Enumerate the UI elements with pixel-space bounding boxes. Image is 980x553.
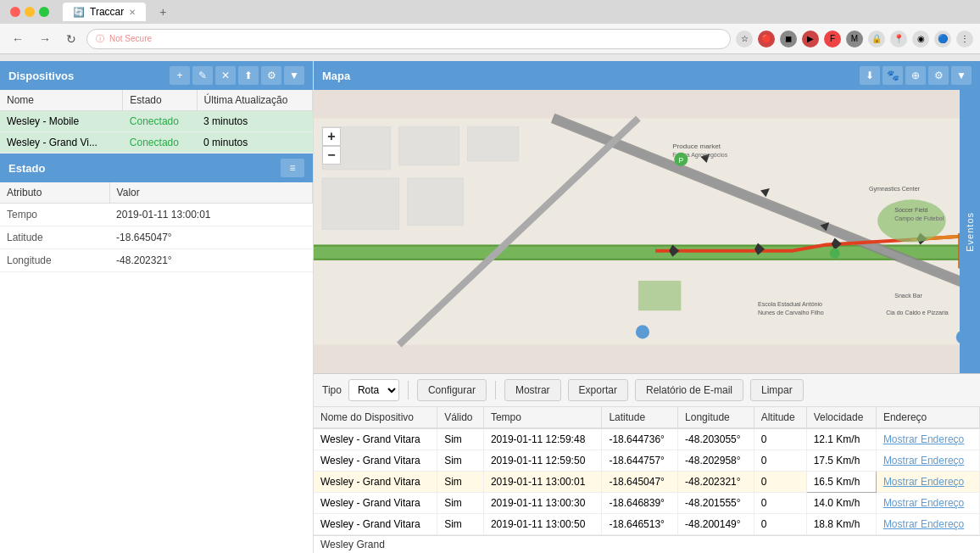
bookmark-icon[interactable]: ☆ <box>736 31 753 47</box>
show-address-link[interactable]: Mostrar Endereço <box>883 518 964 530</box>
col-ultima: Última Atualização <box>197 90 312 111</box>
estado-menu-button[interactable]: ≡ <box>281 159 304 177</box>
valor-cell: -48.202321° <box>109 249 312 272</box>
add-device-button[interactable]: + <box>170 66 190 85</box>
zoom-in-button[interactable]: + <box>322 127 341 146</box>
mostrar-button[interactable]: Mostrar <box>504 379 561 401</box>
col-estado: Estado <box>123 90 197 111</box>
table-row[interactable]: Wesley - Grand Vitara Sim 2019-01-11 13:… <box>314 472 980 493</box>
svg-text:Snack Bar: Snack Bar <box>894 293 922 299</box>
zoom-out-button[interactable]: − <box>322 146 341 165</box>
lon-col: -48.202958° <box>678 450 754 472</box>
device-name: Wesley - Grand Vi... <box>0 132 123 154</box>
svg-text:Campo de Futebol: Campo de Futebol <box>894 215 944 222</box>
estado-row: Tempo 2019-01-11 13:00:01 <box>0 204 313 226</box>
devices-table-container: Nome Estado Última Atualização Wesley - … <box>0 90 313 154</box>
limpar-button[interactable]: Limpar <box>750 379 804 401</box>
table-row[interactable]: Wesley - Grand Vitara Sim 2019-01-11 13:… <box>314 493 980 514</box>
table-row[interactable]: Wesley - Grand Vitara Sim 2019-01-11 12:… <box>314 428 980 450</box>
th-device: Nome do Dispositivo <box>314 407 437 428</box>
remove-device-button[interactable]: ✕ <box>215 66 236 85</box>
show-address-link[interactable]: Mostrar Endereço <box>883 455 964 466</box>
device-col: Wesley - Grand Vitara <box>314 493 437 514</box>
device-row[interactable]: Wesley - Mobile Conectado 3 minutos <box>0 111 313 132</box>
dispositivos-title: Dispositivos <box>8 70 74 82</box>
table-row[interactable]: Wesley - Grand Vitara Sim 2019-01-11 12:… <box>314 450 980 472</box>
dropdown-map-button[interactable]: ▼ <box>951 66 972 85</box>
map-header: Mapa ⬇ 🐾 ⊕ ⚙ ▼ <box>314 61 980 90</box>
show-address-link[interactable]: Mostrar Endereço <box>883 497 964 509</box>
device-col: Wesley - Grand Vitara <box>314 472 437 493</box>
browser-tab[interactable]: 🔄 Traccar ✕ <box>63 3 146 21</box>
end-col: Mostrar Endereço <box>876 514 979 535</box>
map-container[interactable]: Produce market Futura Agronegócios Escol… <box>314 90 980 373</box>
ext4-icon[interactable]: F <box>824 31 841 47</box>
new-tab-button[interactable]: + <box>153 2 173 22</box>
dropdown-device-button[interactable]: ▼ <box>284 66 304 85</box>
alt-col: 0 <box>754 428 806 450</box>
eventos-label: Eventos <box>965 212 975 252</box>
svg-rect-16 <box>399 127 459 165</box>
ext3-icon[interactable]: ▶ <box>802 31 819 47</box>
settings-device-button[interactable]: ⚙ <box>261 66 281 85</box>
exportar-button[interactable]: Exportar <box>568 379 628 401</box>
relatorio-button[interactable]: Relatório de E-mail <box>635 379 743 401</box>
col-valor: Valor <box>109 182 312 204</box>
lon-col: -48.200149° <box>678 514 754 535</box>
download-map-button[interactable]: ⬇ <box>860 66 880 85</box>
reload-button[interactable]: ↻ <box>61 31 81 47</box>
security-icon: ⓘ <box>96 33 104 45</box>
address-bar[interactable]: ⓘ Not Secure <box>86 29 731 49</box>
col-nome: Nome <box>0 90 123 111</box>
menu-icon[interactable]: ⋮ <box>956 31 973 47</box>
settings-map-button[interactable]: ⚙ <box>928 66 949 85</box>
tempo-col: 2019-01-11 13:00:01 <box>483 472 602 493</box>
bottom-section: Tipo Rota Configurar Mostrar Exportar Re… <box>314 373 980 553</box>
devices-table: Nome Estado Última Atualização Wesley - … <box>0 90 313 154</box>
ext5-icon[interactable]: M <box>846 31 863 47</box>
estado-section: Estado ≡ Atributo Valor Tempo 2019-01-11… <box>0 154 313 553</box>
ext8-icon[interactable]: ◉ <box>912 31 929 47</box>
valid-col: Sim <box>437 472 484 493</box>
show-address-link[interactable]: Mostrar Endereço <box>883 433 964 445</box>
tipo-select[interactable]: Rota <box>348 379 399 401</box>
configurar-button[interactable]: Configurar <box>417 379 487 401</box>
lat-col: -18.644736° <box>602 428 678 450</box>
maximize-button[interactable] <box>39 7 49 17</box>
tipo-label: Tipo <box>322 384 342 396</box>
vel-col: 16.5 Km/h <box>806 472 876 493</box>
alt-col: 0 <box>754 472 806 493</box>
lon-col: -48.202321° <box>678 472 754 493</box>
atributo-cell: Latitude <box>0 226 109 249</box>
estado-title: Estado <box>8 162 45 175</box>
back-button[interactable]: ← <box>7 31 29 47</box>
ext7-icon[interactable]: 📍 <box>890 31 907 47</box>
ext6-icon[interactable]: 🔒 <box>868 31 885 47</box>
lat-col: -18.646513° <box>602 514 678 535</box>
close-button[interactable] <box>10 7 20 17</box>
vel-col: 17.5 Km/h <box>806 450 876 472</box>
svg-rect-18 <box>322 178 399 229</box>
eventos-sidebar[interactable]: Eventos <box>960 90 980 373</box>
edit-device-button[interactable]: ✎ <box>192 66 213 85</box>
end-col: Mostrar Endereço <box>876 493 979 514</box>
upload-device-button[interactable]: ⬆ <box>238 66 259 85</box>
valor-cell: 2019-01-11 13:00:01 <box>109 204 312 226</box>
svg-rect-17 <box>467 127 518 161</box>
tab-close-icon[interactable]: ✕ <box>129 8 136 17</box>
data-table-wrap: Nome do Dispositivo Válido Tempo Latitud… <box>314 407 980 535</box>
show-address-link[interactable]: Mostrar Endereço <box>883 476 964 488</box>
extensions-icon[interactable]: 🔴 <box>758 31 775 47</box>
svg-text:Escola Estadual António: Escola Estadual António <box>758 301 822 307</box>
animal-map-button[interactable]: 🐾 <box>883 66 903 85</box>
th-end: Endereço <box>876 407 979 428</box>
valid-col: Sim <box>437 514 484 535</box>
minimize-button[interactable] <box>25 7 35 17</box>
ext2-icon[interactable]: ◼ <box>780 31 797 47</box>
forward-button[interactable]: → <box>34 31 56 47</box>
ext9-icon[interactable]: 🔵 <box>934 31 951 47</box>
crosshair-map-button[interactable]: ⊕ <box>905 66 926 85</box>
device-row[interactable]: Wesley - Grand Vi... Conectado 0 minutos <box>0 132 313 154</box>
table-row[interactable]: Wesley - Grand Vitara Sim 2019-01-11 13:… <box>314 514 980 535</box>
map-title: Mapa <box>322 70 350 82</box>
